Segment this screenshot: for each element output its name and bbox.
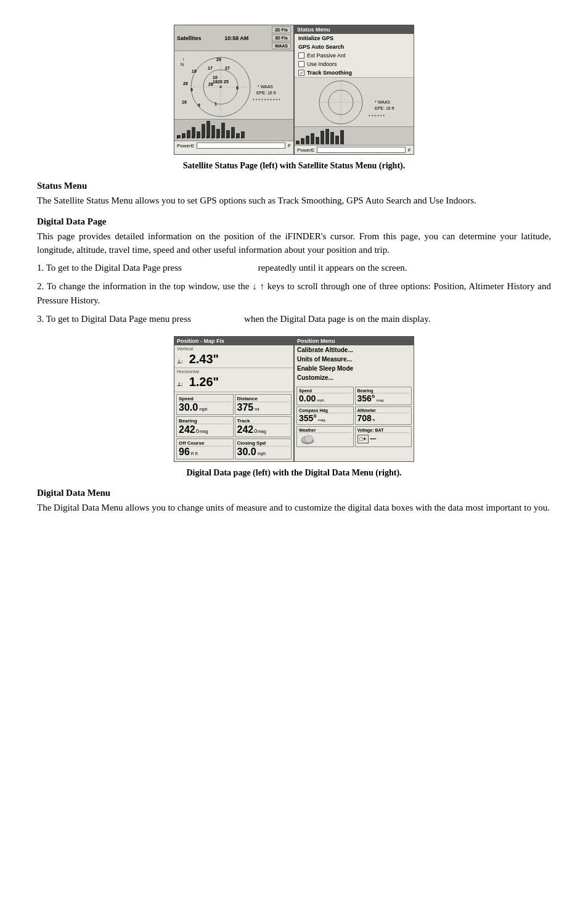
svg-rect-68 (330, 132, 334, 144)
menu-item-ext-passive-ant[interactable]: Ext Passive Ant (295, 51, 414, 60)
menu-enable-sleep-mode[interactable]: Enable Sleep Mode (295, 364, 414, 373)
satellite-screen-left: Satellites 10:58 AM 2D Fix 3D Fix WAAS ↑… (174, 25, 294, 155)
svg-text:18: 18 (213, 80, 218, 84)
track-unit: mag (258, 429, 266, 434)
cell-off-course: Off Course 96 R ft (176, 438, 234, 459)
power-bar-right (317, 147, 406, 153)
screen-title: Satellites (177, 35, 202, 41)
cell-speed: Speed 30.0 mph (176, 394, 234, 415)
checkbox-use-indoors[interactable] (298, 61, 304, 67)
pos-compass-unit: mag (318, 418, 325, 422)
cell-closing-spd-label: Closing Spd (237, 440, 290, 446)
pos-bearing-num: 356° (357, 393, 375, 403)
svg-text:* * * * * *: * * * * * * (369, 114, 385, 118)
vertical-label: Vertical (174, 345, 293, 352)
digital-cells-grid: Speed 30.0 mph Distance 375 mi Bea (174, 392, 293, 461)
signal-bars: 1 2 1 9 2 1 8 2 1 7 2 1 6 2 0 (174, 119, 293, 141)
svg-text:8: 8 (206, 136, 208, 139)
pos-cell-weather: Weather (296, 426, 354, 447)
cell-off-course-value: 96 R ft (179, 446, 231, 458)
svg-point-73 (304, 435, 313, 443)
menu-customize[interactable]: Customize... (295, 373, 414, 382)
digital-data-screen-left: Position - Map Fix Vertical ⊥: 2.43" Hor… (174, 336, 294, 462)
svg-text:1: 1 (216, 136, 218, 139)
checkbox-ext-passive[interactable] (298, 52, 304, 59)
cell-bearing-value: 242 0 mag (179, 424, 231, 435)
svg-text:↑: ↑ (182, 57, 184, 62)
pos-voltage-label: Voltage: BAT (357, 428, 410, 433)
svg-text:2: 2 (241, 136, 243, 139)
svg-text:7: 7 (221, 136, 223, 139)
svg-text:2: 2 (182, 136, 184, 139)
digital-data-section-title: Digital Data Page (37, 216, 551, 227)
svg-text:16: 16 (182, 100, 187, 104)
screen-header: Satellites 10:58 AM 2D Fix 3D Fix WAAS (174, 25, 293, 51)
svg-text:* * * * * * * * * *: * * * * * * * * * * (253, 98, 280, 102)
power-row-right: Power E F (295, 145, 414, 154)
horizontal-prefix: ⊥: (177, 382, 183, 387)
bearing-unit: mag (200, 429, 208, 434)
position-cells-grid: Speed 0.00 mph Bearing 356° mag Co (295, 385, 414, 449)
pos-bearing-label: Bearing (357, 389, 410, 393)
menu-item-use-indoors[interactable]: Use Indoors (295, 60, 414, 68)
pos-cell-bearing: Bearing 356° mag (355, 387, 412, 405)
checkbox-track-smoothing[interactable] (298, 70, 304, 76)
svg-text:20: 20 (218, 80, 223, 84)
power-f-right: F (408, 147, 411, 153)
menu-item-track-smoothing[interactable]: Track Smoothing (295, 68, 414, 77)
distance-num: 375 (237, 402, 254, 413)
power-bar-left (197, 142, 285, 149)
signal-bars-svg: 1 2 1 9 2 1 8 2 1 7 2 1 6 2 0 (176, 118, 292, 139)
cell-bearing-label: Bearing (179, 418, 231, 424)
pos-cell-voltage: Voltage: BAT □+ — (355, 426, 412, 447)
digital-data-menu-body: The Digital Data Menu allows you to chan… (37, 501, 551, 515)
cell-off-course-label: Off Course (179, 440, 231, 446)
pos-bearing-value: 356° mag (357, 393, 410, 403)
svg-rect-61 (296, 141, 300, 144)
svg-text:1: 1 (202, 136, 203, 139)
menu-units-of-measure[interactable]: Units of Measure... (295, 355, 414, 364)
distance-unit: mi (255, 407, 259, 411)
position-menu-header: Position Menu (295, 337, 414, 345)
pos-speed-unit: mph (317, 398, 324, 402)
svg-text:1: 1 (187, 136, 189, 139)
cell-speed-label: Speed (179, 396, 231, 402)
svg-text:2: 2 (197, 136, 198, 139)
svg-text:17: 17 (208, 66, 213, 70)
weather-icon (299, 434, 316, 445)
bearing-num: 242 (179, 424, 195, 435)
pos-cell-speed: Speed 0.00 mph (296, 387, 354, 405)
pos-speed-value: 0.00 mph (299, 393, 351, 403)
pos-speed-num: 0.00 (299, 393, 316, 403)
satellite-svg: ↑ N 29 19 17 27 10 2 (174, 51, 295, 119)
cell-closing-spd-value: 30.0 mph (237, 446, 290, 458)
menu-item-gps-auto-search[interactable]: GPS Auto Search (295, 43, 414, 51)
cell-distance: Distance 375 mi (235, 394, 292, 415)
svg-text:6: 6 (198, 103, 200, 107)
svg-text:* WAAS: * WAAS (258, 84, 273, 89)
status-signal-bars (295, 126, 414, 145)
status-menu-screen: Status Menu Initialize GPS GPS Auto Sear… (294, 25, 414, 155)
svg-text:6: 6 (236, 136, 238, 139)
bearing-sup: 0 (196, 428, 199, 434)
off-course-unit: R ft (191, 451, 198, 456)
status-signal-svg (295, 127, 414, 146)
svg-rect-63 (306, 136, 309, 144)
top-screenshots-row: Satellites 10:58 AM 2D Fix 3D Fix WAAS ↑… (37, 25, 551, 155)
waas-btn[interactable]: WAAS (272, 43, 291, 49)
menu-calibrate-altitude[interactable]: Calibrate Altitude... (295, 345, 414, 355)
svg-text:EPE: 16 ft: EPE: 16 ft (375, 106, 394, 110)
svg-rect-65 (316, 137, 319, 144)
pos-cell-altimeter: Altimeter 708 ft (355, 406, 412, 425)
3d-fix-btn[interactable]: 3D Fix (272, 35, 291, 41)
svg-text:25: 25 (224, 80, 229, 84)
pos-bearing-unit: mag (376, 398, 383, 402)
svg-text:9: 9 (192, 136, 194, 139)
pos-altimeter-unit: ft (373, 418, 375, 422)
menu-item-initialize-gps[interactable]: Initialize GPS (295, 34, 414, 43)
svg-text:EPE: 16 ft: EPE: 16 ft (256, 91, 276, 95)
fix-buttons: 2D Fix 3D Fix WAAS (272, 27, 291, 49)
cell-distance-value: 375 mi (237, 402, 290, 413)
2d-fix-btn[interactable]: 2D Fix (272, 27, 291, 33)
pos-altimeter-value: 708 ft (357, 413, 410, 423)
